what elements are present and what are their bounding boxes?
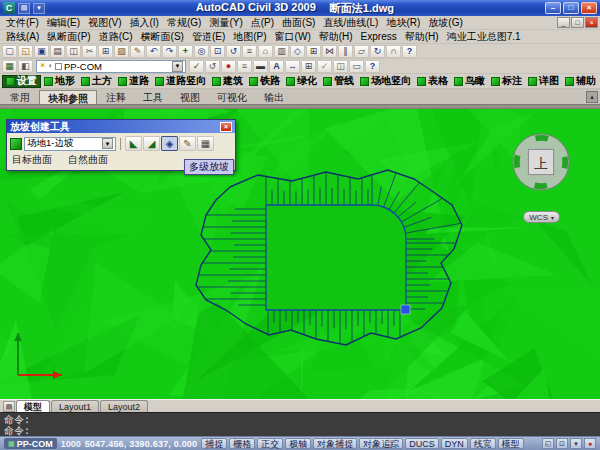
ribbon-tab[interactable]: 可视化 [209,90,255,104]
menu-item[interactable]: 地图(P) [229,30,270,44]
create-infill-icon[interactable] [143,136,160,151]
ribbon-tab[interactable]: 工具 [135,90,171,104]
minimize-button[interactable] [545,2,561,14]
status-toggle-button[interactable]: 对象捕捉 [313,438,357,449]
menu-item[interactable]: 帮助(H) [401,30,443,44]
properties-icon[interactable] [242,45,257,58]
status-toggle-button[interactable]: 栅格 [229,438,255,449]
status-toggle-button[interactable]: 极轴 [285,438,311,449]
table-icon[interactable] [306,45,321,58]
doc-close-button[interactable] [585,17,598,28]
help-icon[interactable] [365,60,380,73]
doc-minimize-button[interactable] [557,17,570,28]
doc-restore-button[interactable] [571,17,584,28]
layer-status-chip[interactable]: PP-COM [4,438,57,449]
palette-close-icon[interactable] [220,122,232,132]
menu-item[interactable]: 路线(A) [2,30,43,44]
plot-icon[interactable] [50,45,65,58]
ribbon-tab[interactable]: 块和参照 [39,90,97,104]
hongye-menu-item[interactable]: 辅助 [562,75,599,88]
redo-icon[interactable] [162,45,177,58]
menu-item[interactable]: 帮助(H) [315,30,357,44]
matchprops-icon[interactable] [130,45,145,58]
menu-item[interactable]: 视图(V) [84,16,125,30]
linetype-icon[interactable] [237,60,252,73]
grading-volume-icon[interactable] [197,136,214,151]
ribbon-tab[interactable]: 输出 [256,90,292,104]
hongye-menu-item[interactable]: 地形 [41,75,78,88]
close-button[interactable] [581,2,597,14]
standards-icon[interactable] [317,60,332,73]
hongye-menu-item[interactable]: 详图 [525,75,562,88]
tray-settings-icon[interactable] [570,438,582,449]
textstyle-icon[interactable] [269,60,284,73]
dimstyle-icon[interactable] [285,60,300,73]
layout-tab[interactable]: 模型 [16,400,50,412]
menu-item[interactable]: 放坡(G) [424,16,466,30]
menu-item[interactable]: 文件(F) [2,16,43,30]
hongye-menu-item[interactable]: 鸟瞰 [451,75,488,88]
view-compass[interactable]: 上 [510,131,572,193]
annotation-scale-icon[interactable] [542,438,554,449]
create-grading-icon[interactable] [125,136,142,151]
layer-dropdown-arrow-icon[interactable] [172,61,183,72]
command-window[interactable]: 命令:命令: [0,412,600,436]
status-toggle-button[interactable]: DYN [441,438,468,449]
undo-icon[interactable] [146,45,161,58]
paste-icon[interactable] [114,45,129,58]
hongye-menu-item[interactable]: 道路竖向 [152,75,209,88]
new-icon[interactable] [2,45,17,58]
status-toggle-button[interactable]: 捕捉 [201,438,227,449]
layer-control-combo[interactable]: ☀ ◐ PP-COM [36,60,186,73]
app-icon[interactable] [3,2,15,14]
titlebar-dropdown-icon[interactable] [33,3,45,14]
hongye-menu-item[interactable]: 绿化 [283,75,320,88]
zoomprev-icon[interactable] [226,45,241,58]
zoomwin-icon[interactable] [210,45,225,58]
open-icon[interactable] [18,45,33,58]
drawing-viewport[interactable]: 上 WCS 放坡创建工具 场地1-边坡 目标曲面 自 [0,109,600,399]
menu-item[interactable]: 纵断面(P) [43,30,94,44]
hongye-menu-item[interactable]: 道路 [115,75,152,88]
layout-tab[interactable]: Layout2 [100,400,148,412]
multi-grading-icon[interactable] [161,136,178,151]
coordinate-readout[interactable]: 5047.456, 3390.637, 0.000 [85,439,198,449]
status-toggle-button[interactable]: 正交 [257,438,283,449]
tablestyle-icon[interactable] [301,60,316,73]
status-toggle-button[interactable]: 对象追踪 [359,438,403,449]
maximize-button[interactable] [563,2,579,14]
ribbon-tab[interactable]: 注释 [98,90,134,104]
menu-item[interactable]: 窗口(W) [271,30,315,44]
layout-nav-icon[interactable] [3,401,15,412]
menu-item[interactable]: 横断面(S) [137,30,188,44]
wcs-selector[interactable]: WCS [523,211,560,223]
menu-item[interactable]: 道路(C) [95,30,137,44]
designcenter-icon[interactable] [258,45,273,58]
rotate-icon[interactable] [370,45,385,58]
menu-item[interactable]: 编辑(E) [43,16,84,30]
menu-item[interactable]: 地块(R) [382,16,424,30]
menu-item[interactable]: 点(P) [247,16,278,30]
cut-icon[interactable] [82,45,97,58]
save-icon[interactable] [34,45,49,58]
ribbon-tab[interactable]: 常用 [2,90,38,104]
grading-group-combo[interactable]: 场地1-边坡 [24,137,116,151]
hongye-menu-item[interactable]: 设置 [2,75,41,88]
edit-grading-icon[interactable] [179,136,196,151]
titlebar-menu-icon[interactable] [18,3,30,14]
status-toggle-button[interactable]: 线宽 [470,438,496,449]
named-icon[interactable] [349,60,364,73]
fillet-icon[interactable] [386,45,401,58]
lineweight-icon[interactable] [253,60,268,73]
menu-item[interactable]: 直线/曲线(L) [319,16,382,30]
offset-icon[interactable] [338,45,353,58]
status-toggle-button[interactable]: 模型 [498,438,524,449]
palette-title-bar[interactable]: 放坡创建工具 [7,120,235,133]
copy-icon[interactable] [98,45,113,58]
hongye-menu-item[interactable]: 场地竖向 [357,75,414,88]
erase-icon[interactable] [354,45,369,58]
hongye-menu-item[interactable]: 表格 [414,75,451,88]
hongye-menu-item[interactable]: 标注 [488,75,525,88]
zoom-icon[interactable] [194,45,209,58]
color-icon[interactable] [221,60,236,73]
